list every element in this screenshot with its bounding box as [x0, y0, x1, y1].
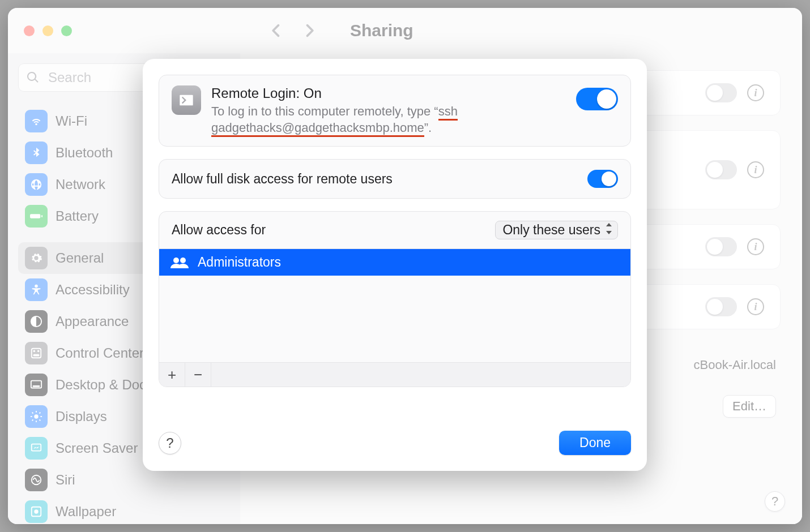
- remote-login-title: Remote Login: On: [211, 85, 566, 101]
- user-label: Administrators: [198, 255, 281, 270]
- add-user-button[interactable]: +: [159, 363, 185, 387]
- svg-point-21: [173, 258, 179, 263]
- remote-login-text: Remote Login: On To log in to this compu…: [211, 85, 566, 136]
- user-row-administrators[interactable]: Administrators: [159, 249, 630, 276]
- access-label: Allow access for: [172, 222, 266, 238]
- remove-user-button[interactable]: −: [185, 363, 211, 387]
- full-disk-label: Allow full disk access for remote users: [172, 171, 393, 187]
- access-card: Allow access for Only these users Admini…: [159, 211, 631, 387]
- terminal-icon: [172, 85, 201, 115]
- remote-login-card: Remote Login: On To log in to this compu…: [159, 75, 631, 147]
- users-icon: [170, 256, 189, 269]
- chevron-up-down-icon: [605, 222, 613, 238]
- access-header: Allow access for Only these users: [159, 212, 630, 249]
- svg-point-22: [180, 258, 186, 263]
- remote-login-sheet: Remote Login: On To log in to this compu…: [143, 59, 647, 471]
- system-settings-window: Sharing Wi-FiBluetoothNetworkBatteryGene…: [8, 8, 802, 524]
- sheet-help-button[interactable]: ?: [159, 432, 181, 454]
- remote-login-subtitle: To log in to this computer remotely, typ…: [211, 104, 566, 136]
- user-list-footer: + −: [159, 362, 630, 387]
- full-disk-toggle[interactable]: [587, 170, 618, 188]
- sheet-footer: ? Done: [159, 419, 631, 455]
- done-button[interactable]: Done: [559, 431, 631, 455]
- access-mode-popup[interactable]: Only these users: [495, 221, 618, 239]
- remote-login-toggle[interactable]: [576, 88, 618, 110]
- full-disk-card: Allow full disk access for remote users: [159, 159, 631, 199]
- user-list[interactable]: Administrators: [159, 249, 630, 362]
